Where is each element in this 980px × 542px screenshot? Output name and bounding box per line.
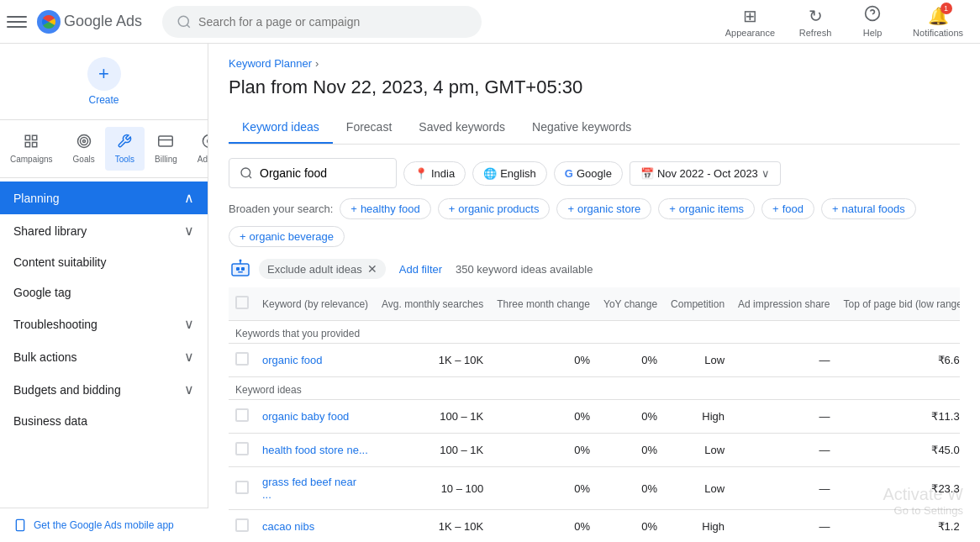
help-button[interactable]: Help [846, 0, 899, 45]
sidebar-item-planning[interactable]: Planning ∧ [0, 182, 208, 214]
hamburger-menu[interactable] [7, 12, 27, 32]
tab-keyword-ideas[interactable]: Keyword ideas [229, 112, 333, 144]
col-ad-impression-header: Ad impression share [731, 287, 836, 321]
three-month-cell: 0% [490, 510, 597, 543]
sidebar-item-content-suitability[interactable]: Content suitability [0, 247, 208, 277]
search-input[interactable] [198, 15, 467, 29]
keyword-cell[interactable]: organic food [256, 344, 375, 377]
keyword-search-input[interactable] [260, 166, 386, 180]
svg-rect-6 [33, 143, 37, 147]
sidebar-item-billing[interactable]: Billing [145, 127, 187, 171]
content-suitability-label: Content suitability [13, 255, 107, 269]
tools-label: Tools [115, 155, 134, 164]
chip-plus-icon: + [567, 203, 574, 215]
mobile-app-link[interactable]: Get the Google Ads mobile app [0, 508, 208, 542]
appearance-icon: ⊞ [743, 6, 757, 26]
sidebar-item-budgets-bidding[interactable]: Budgets and bidding ∨ [0, 373, 208, 406]
row-checkbox[interactable] [235, 518, 249, 532]
table-row: cacao nibs 1K – 10K 0% 0% High — ₹1.29 ₹… [229, 510, 960, 543]
language-filter[interactable]: 🌐 English [472, 161, 547, 186]
col-keyword-header[interactable]: Keyword (by relevance) [256, 287, 375, 321]
row-checkbox[interactable] [235, 442, 249, 455]
table-row: grass fed beef near ... 10 – 100 0% 0% L… [229, 467, 960, 510]
date-range-chevron: ∨ [761, 167, 770, 180]
notifications-button[interactable]: 🔔 1 Notifications [903, 0, 973, 45]
goals-label: Goals [73, 155, 95, 164]
notification-badge: 1 [940, 3, 952, 14]
create-button[interactable]: + Create [87, 57, 121, 106]
search-engine-filter[interactable]: G Google [554, 161, 623, 186]
provided-section-row: Keywords that you provided [229, 321, 960, 344]
chip-organic-store[interactable]: + organic store [556, 198, 651, 219]
keyword-cell[interactable]: grass fed beef near ... [256, 467, 375, 510]
row-checkbox[interactable] [235, 481, 249, 494]
avg-monthly-cell: 100 – 1K [375, 400, 490, 434]
breadcrumb[interactable]: Keyword Planner › [229, 57, 960, 70]
sidebar-item-shared-library[interactable]: Shared library ∨ [0, 214, 208, 247]
tab-negative-keywords[interactable]: Negative keywords [519, 112, 645, 144]
svg-rect-5 [33, 135, 37, 139]
help-label: Help [863, 28, 883, 38]
select-all-checkbox[interactable] [235, 296, 249, 309]
chip-plus-icon: + [240, 230, 246, 243]
keyword-cell[interactable]: cacao nibs [256, 510, 375, 543]
keyword-search-filter[interactable] [229, 158, 397, 188]
top-nav-left: Google Ads [7, 6, 482, 38]
keyword-cell[interactable]: organic baby food [256, 400, 375, 434]
filter-search-icon [240, 166, 253, 180]
sidebar-item-goals[interactable]: Goals [63, 127, 105, 171]
language-icon: 🌐 [483, 167, 497, 180]
keyword-count: 350 keyword ideas available [456, 263, 593, 276]
chip-organic-items[interactable]: + organic items [658, 198, 755, 219]
google-logo-icon [37, 10, 61, 34]
goals-icon [76, 134, 92, 153]
yoy-cell: 0% [597, 344, 664, 377]
tab-forecast[interactable]: Forecast [333, 112, 405, 144]
mobile-icon [13, 518, 27, 532]
chip-label: organic products [458, 203, 539, 215]
location-filter[interactable]: 📍 India [403, 161, 466, 186]
row-checkbox[interactable] [235, 352, 249, 366]
tabs-container: Keyword ideas Forecast Saved keywords Ne… [229, 112, 960, 145]
ad-impression-cell: — [731, 434, 836, 467]
sidebar-item-bulk-actions[interactable]: Bulk actions ∨ [0, 340, 208, 373]
search-bar[interactable] [162, 6, 482, 38]
sidebar: + Create Campaigns [0, 44, 208, 542]
chip-plus-icon: + [669, 203, 676, 215]
chip-natural-foods[interactable]: + natural foods [821, 198, 916, 219]
three-month-cell: 0% [490, 400, 597, 434]
col-checkbox [229, 287, 256, 321]
troubleshooting-chevron: ∨ [184, 316, 194, 332]
keyword-cell[interactable]: health food store ne... [256, 434, 375, 467]
col-top-low-header: Top of page bid (low range) [836, 287, 960, 321]
sidebar-item-campaigns[interactable]: Campaigns [0, 127, 63, 171]
table-row: organic food 1K – 10K 0% 0% Low — ₹6.65 … [229, 344, 960, 377]
chip-organic-products[interactable]: + organic products [438, 198, 551, 219]
top-low-cell: ₹11.30 [836, 400, 960, 434]
row-checkbox[interactable] [235, 408, 249, 422]
sidebar-item-admin[interactable]: Admin [187, 127, 208, 171]
refresh-button[interactable]: ↻ Refresh [788, 0, 842, 45]
google-ads-text: Google Ads [64, 13, 142, 30]
table-row: organic baby food 100 – 1K 0% 0% High — … [229, 400, 960, 434]
appearance-button[interactable]: ⊞ Appearance [715, 0, 785, 45]
chip-healthy-food[interactable]: + healthy food [340, 198, 430, 219]
chip-organic-beverage[interactable]: + organic beverage [229, 226, 345, 247]
admin-icon [202, 134, 208, 153]
notifications-label: Notifications [913, 28, 963, 38]
competition-cell: High [664, 510, 731, 543]
chip-food[interactable]: + food [761, 198, 814, 219]
exclude-close-button[interactable]: ✕ [367, 262, 377, 276]
add-filter-button[interactable]: Add filter [393, 260, 449, 279]
sidebar-item-business-data[interactable]: Business data [0, 406, 208, 436]
avg-monthly-cell: 100 – 1K [375, 434, 490, 467]
ideas-section-label: Keyword ideas [229, 377, 960, 400]
chip-plus-icon: + [449, 203, 456, 215]
date-range-filter[interactable]: 📅 Nov 2022 - Oct 2023 ∨ [630, 161, 781, 186]
sidebar-item-google-tag[interactable]: Google tag [0, 277, 208, 308]
sidebar-item-troubleshooting[interactable]: Troubleshooting ∨ [0, 308, 208, 340]
tab-saved-keywords[interactable]: Saved keywords [405, 112, 519, 144]
create-label: Create [88, 94, 119, 106]
svg-rect-18 [236, 267, 240, 271]
sidebar-item-tools[interactable]: Tools [105, 127, 145, 171]
